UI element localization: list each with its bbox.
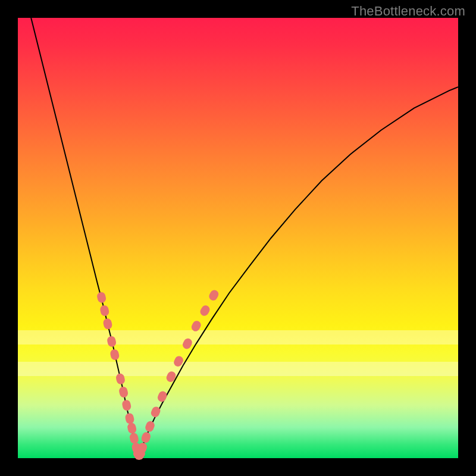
bead: [181, 337, 194, 350]
svg-rect-1: [99, 305, 110, 317]
bead: [96, 292, 107, 304]
svg-rect-6: [118, 386, 129, 399]
bead: [127, 422, 137, 434]
bead: [129, 432, 140, 444]
bead: [99, 305, 110, 317]
svg-rect-19: [165, 370, 177, 383]
svg-rect-15: [140, 431, 152, 444]
watermark-text: TheBottleneck.com: [351, 4, 465, 19]
svg-rect-21: [181, 337, 194, 350]
svg-rect-18: [156, 390, 168, 403]
svg-rect-7: [121, 399, 132, 412]
bead: [140, 431, 152, 444]
bead: [165, 370, 177, 383]
bead: [118, 386, 129, 399]
bead: [115, 372, 126, 385]
bead: [190, 320, 202, 333]
bead: [156, 390, 168, 403]
bead: [208, 289, 220, 302]
bead: [121, 399, 132, 412]
svg-rect-4: [109, 349, 120, 361]
svg-rect-5: [115, 372, 126, 385]
chart-frame: TheBottleneck.com: [0, 0, 476, 476]
svg-rect-10: [129, 432, 140, 444]
right-curve: [139, 87, 458, 458]
curve-layer: [18, 18, 458, 458]
bead: [199, 304, 211, 318]
bead: [124, 412, 135, 425]
bead: [107, 336, 117, 348]
plot-area: [18, 18, 458, 458]
bead: [102, 318, 113, 330]
svg-rect-23: [199, 304, 211, 318]
bead-group: [96, 289, 220, 462]
svg-rect-22: [190, 320, 202, 333]
svg-rect-3: [107, 336, 117, 348]
svg-rect-2: [102, 318, 113, 330]
bead: [109, 349, 120, 361]
bead: [144, 420, 155, 433]
svg-rect-8: [124, 412, 135, 425]
svg-rect-0: [96, 292, 107, 304]
svg-rect-16: [144, 420, 155, 433]
svg-rect-9: [127, 422, 137, 434]
svg-rect-24: [208, 289, 220, 302]
